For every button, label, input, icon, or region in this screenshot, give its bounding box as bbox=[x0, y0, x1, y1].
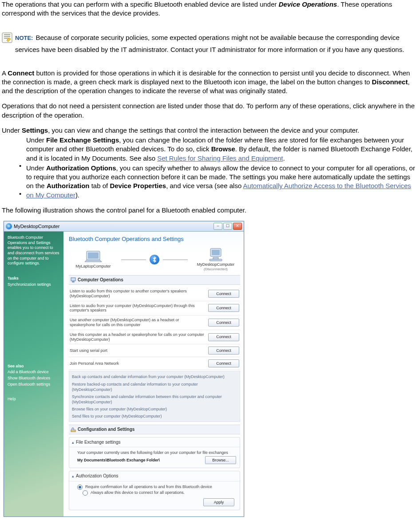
operation-row: Listen to audio from this computer to an… bbox=[69, 287, 240, 301]
sidebar-seealso-heading: See also bbox=[8, 364, 60, 369]
connect-button[interactable]: Connect bbox=[208, 304, 239, 312]
note-label: NOTE: bbox=[15, 35, 33, 41]
remote-device: MyDesktopComputer (Disconnected) bbox=[191, 248, 240, 272]
authorization-header[interactable]: ▴ Authorization Options bbox=[69, 471, 240, 481]
dialog-title: MyDesktopComputer bbox=[14, 223, 59, 230]
file-exchange-path: My Documents\Bluetooth Exchange Folder\ bbox=[77, 457, 160, 463]
auth-option-always[interactable]: Always allow this device to connect for … bbox=[83, 490, 236, 496]
auth-option-require[interactable]: Require confirmation for all operations … bbox=[77, 484, 236, 490]
document-body: The operations that you can perform with… bbox=[0, 0, 419, 517]
authorization-panel: ▴ Authorization Options Require confirma… bbox=[69, 471, 240, 510]
file-exchange-panel: ▴ File Exchange settings Your computer c… bbox=[69, 437, 240, 469]
paragraph-settings: Under Settings, you can view and change … bbox=[2, 126, 417, 135]
connect-button[interactable]: Connect bbox=[208, 290, 239, 298]
settings-list: Under File Exchange Settings, you can ch… bbox=[2, 136, 417, 200]
close-button[interactable]: ✕ bbox=[233, 223, 242, 230]
operation-link[interactable]: Back up contacts and calendar informatio… bbox=[72, 373, 237, 380]
sidebar-link-open-settings[interactable]: Open Bluetooth settings bbox=[8, 382, 60, 387]
dialog-sidebar: Bluetooth Computer Operations and Settin… bbox=[4, 232, 63, 516]
sidebar-link-help[interactable]: Help bbox=[8, 397, 60, 402]
operation-link[interactable]: Synchronize contacts and calendar inform… bbox=[72, 393, 237, 406]
connection-line-icon bbox=[121, 260, 146, 260]
dialog-main: Bluetooth Computer Operations and Settin… bbox=[63, 232, 244, 516]
operation-row: Listen to audio from your computer (MyDe… bbox=[69, 301, 240, 316]
paragraph-intro: The operations that you can perform with… bbox=[2, 0, 417, 18]
note-block: NOTE:Because of corporate security polic… bbox=[2, 32, 417, 55]
connect-button[interactable]: Connect bbox=[208, 333, 239, 341]
section-configuration: Configuration and Settings bbox=[69, 425, 240, 434]
list-item: Under File Exchange Settings, you can ch… bbox=[2, 136, 417, 163]
operation-link[interactable]: Browse files on your computer (MyDesktop… bbox=[72, 406, 237, 413]
monitor-icon bbox=[71, 277, 76, 283]
svg-rect-8 bbox=[72, 281, 74, 282]
bluetooth-dialog: B MyDesktopComputer – ☐ ✕ Bluetooth Comp… bbox=[4, 221, 244, 517]
operation-link[interactable]: Restore backed-up contacts and calendar … bbox=[72, 381, 237, 393]
svg-rect-9 bbox=[71, 430, 75, 432]
operation-row: Join Personal Area NetworkConnect bbox=[69, 357, 240, 370]
link-set-rules[interactable]: Set Rules for Sharing Files and Equipmen… bbox=[157, 154, 283, 162]
operation-row: Use another computer (MyDesktopComputer)… bbox=[69, 315, 240, 330]
radio-icon bbox=[77, 485, 83, 490]
note-text: Because of corporate security policies, … bbox=[15, 34, 404, 53]
connect-button[interactable]: Connect bbox=[208, 359, 239, 367]
file-exchange-header[interactable]: ▴ File Exchange settings bbox=[69, 437, 240, 448]
bluetooth-icon bbox=[150, 255, 159, 264]
connect-button[interactable]: Connect bbox=[208, 319, 239, 327]
operation-link[interactable]: Send files to your computer (MyDesktopCo… bbox=[72, 413, 237, 420]
paragraph-illustration: The following illustration shows the con… bbox=[2, 206, 417, 215]
minimize-button[interactable]: – bbox=[213, 223, 222, 230]
sidebar-link-show-devices[interactable]: Show Bluetooth devices bbox=[8, 376, 60, 381]
operation-row: Use this computer as a headset or speake… bbox=[69, 330, 240, 345]
connection-line-icon bbox=[163, 260, 188, 260]
note-icon bbox=[2, 32, 12, 43]
svg-rect-4 bbox=[212, 250, 220, 255]
dialog-titlebar: B MyDesktopComputer – ☐ ✕ bbox=[4, 221, 244, 232]
apply-button[interactable]: Apply bbox=[203, 498, 234, 506]
file-exchange-description: Your computer currently uses the followi… bbox=[77, 450, 236, 455]
bluetooth-titlebar-icon: B bbox=[6, 223, 12, 229]
nonpersistent-operations: Back up contacts and calendar informatio… bbox=[69, 371, 240, 422]
tools-icon bbox=[71, 427, 76, 432]
radio-icon bbox=[83, 490, 88, 496]
svg-rect-5 bbox=[213, 257, 218, 259]
svg-rect-6 bbox=[210, 259, 222, 261]
svg-rect-2 bbox=[88, 252, 99, 259]
operation-row: Start using serial portConnect bbox=[69, 344, 240, 357]
maximize-button[interactable]: ☐ bbox=[223, 223, 232, 230]
local-device: MyLaptopComputer bbox=[69, 250, 118, 269]
sidebar-tasks-heading: Tasks bbox=[8, 276, 60, 281]
svg-rect-7 bbox=[71, 278, 75, 281]
main-heading: Bluetooth Computer Operations and Settin… bbox=[69, 235, 240, 243]
device-connection-row: MyLaptopComputer MyDesktopComputer (Disc… bbox=[69, 248, 240, 272]
sidebar-link-sync[interactable]: Synchronization settings bbox=[8, 282, 60, 288]
section-computer-operations: Computer Operations bbox=[69, 275, 240, 285]
browse-button[interactable]: Browse... bbox=[205, 456, 236, 464]
sidebar-link-add-device[interactable]: Add a Bluetooth device bbox=[8, 370, 60, 375]
paragraph-connect: A Connect button is provided for those o… bbox=[2, 69, 417, 96]
chevron-up-icon: ▴ bbox=[72, 473, 74, 479]
sidebar-intro: Bluetooth Computer Operations and Settin… bbox=[8, 235, 60, 266]
list-item: Under Authorization Options, you can spe… bbox=[2, 164, 417, 200]
paragraph-nonpersist: Operations that do not need a persistent… bbox=[2, 102, 417, 120]
connect-button[interactable]: Connect bbox=[208, 347, 239, 355]
chevron-up-icon: ▴ bbox=[72, 440, 74, 445]
